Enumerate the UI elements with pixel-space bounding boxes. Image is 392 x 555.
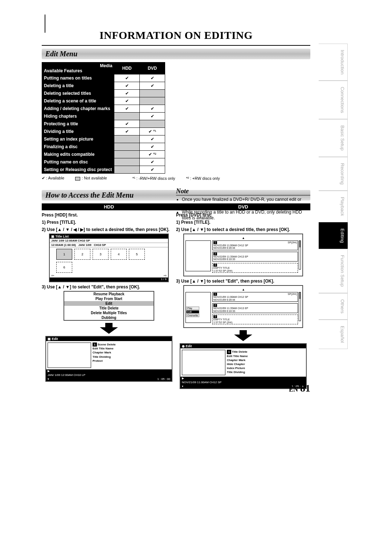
row-0: Putting names on titles — [42, 74, 114, 82]
page-footer: EN81 — [289, 382, 310, 394]
legend: ✔ : Available : Not available *¹ : -RW/+… — [42, 176, 310, 181]
dvd-edit-screen: ◉ Edit 1Title Delete Edit Title Name Cha… — [180, 343, 307, 389]
row-6: Protecting a title — [42, 120, 114, 128]
svg-marker-1 — [234, 330, 252, 341]
feature-table: Media Available Features HDD DVD Putting… — [42, 62, 165, 174]
section-edit-menu: Edit Menu — [42, 49, 310, 59]
side-tabs: Introduction Connections Basic Setup Rec… — [319, 44, 348, 349]
hdd-step1: 1) Press [TITLE]. — [42, 220, 176, 225]
tab-editing[interactable]: Editing — [319, 222, 348, 249]
page-title: INFORMATION ON EDITING — [42, 29, 310, 41]
tab-espanol[interactable]: Español — [319, 320, 348, 349]
hdd-popup-menu: Resume Playback Play From Start Edit Tit… — [64, 291, 154, 321]
tab-recording[interactable]: Recording — [319, 157, 348, 191]
tab-basic-setup[interactable]: Basic Setup — [319, 119, 348, 157]
hdd-column: HDD Press [HDD] first. 1) Press [TITLE].… — [42, 203, 176, 390]
hdd-edit-screen: ▣ Edit 1Scene Delete Edit Title Name Cha… — [45, 336, 172, 382]
available-features-label: Available Features — [44, 68, 112, 73]
tab-playback[interactable]: Playback — [319, 191, 348, 222]
menu-resume[interactable]: Resume Playback — [64, 292, 154, 296]
menu-title-delete[interactable]: Title Delete — [64, 306, 154, 311]
tab-others[interactable]: Others — [319, 293, 348, 320]
row-9: Finalizing a disc — [42, 143, 114, 151]
thumb-2[interactable]: 2 — [74, 249, 90, 260]
hdd-press-first: Press [HDD] first. — [42, 212, 176, 218]
note-box: Note Once you have finalized a DVD+R/ DV… — [176, 187, 310, 222]
row-12: Setting or Releasing disc protect — [42, 166, 114, 174]
dvd-step2: 2) Use [▲ / ▼] to select a desired title… — [176, 227, 310, 232]
svg-marker-0 — [100, 323, 118, 334]
menu-edit[interactable]: Edit — [64, 301, 154, 306]
note-item-1: Once you have finalized a DVD+R/ DVD-R, … — [182, 197, 310, 208]
row-8: Setting an index picture — [42, 135, 114, 143]
row-10: Making edits compatible — [42, 151, 114, 158]
dvd-titlelist-screen-2: ▴ Play Edit Overwrite 1SP(2Hr)NOV — [183, 285, 303, 328]
note-heading: Note — [176, 187, 310, 195]
row-1: Deleting a title — [42, 82, 114, 90]
row-2: Deleting selected titles — [42, 90, 114, 97]
menu-delete-multiple[interactable]: Delete Multiple Titles — [64, 311, 154, 315]
hdd-head: HDD — [42, 203, 176, 210]
down-arrow-icon — [176, 330, 310, 341]
note-item-2: While recording a title to an HDD or a D… — [182, 210, 310, 221]
dvd-column: DVD Press [DVD] first. 1) Press [TITLE].… — [176, 203, 310, 390]
row-3: Deleting a scene of a title — [42, 97, 114, 105]
col-dvd: DVD — [140, 62, 165, 74]
menu-play-from-start[interactable]: Play From Start — [64, 296, 154, 301]
row-7: Dividing a title — [42, 128, 114, 135]
thumb-4[interactable]: 4 — [111, 249, 127, 260]
pager: 1 / 6 — [50, 278, 168, 281]
media-label: Media — [44, 63, 112, 68]
dvd-tab-overwrite[interactable]: Overwrite — [186, 314, 199, 317]
tab-introduction[interactable]: Introduction — [319, 44, 348, 81]
dvd-titlelist-screen: ▴ 1SP(2Hr)NOV/21/09 11:00AM CH12 SPNOV/2… — [183, 234, 303, 276]
thumb-6[interactable]: 6 — [56, 262, 72, 273]
col-hdd: HDD — [114, 62, 140, 74]
hdd-step3: 3) Use [▲ / ▼] to select "Edit", then pr… — [42, 284, 176, 289]
row-5: Hiding chapters — [42, 113, 114, 120]
hdd-titlelist-screen: ▣ Title List JAN/ 1/09 12:00AM CH10 SP 1… — [49, 234, 169, 282]
tab-function-setup[interactable]: Function Setup — [319, 249, 348, 293]
dvd-tab-play[interactable]: Play — [186, 307, 199, 310]
menu-dubbing[interactable]: Dubbing — [64, 315, 154, 320]
thumb-1[interactable]: 1 — [56, 249, 72, 260]
dvd-step3: 3) Use [▲ / ▼] to select "Edit", then pr… — [176, 279, 310, 284]
dvd-tab-edit[interactable]: Edit — [186, 310, 199, 313]
row-4: Adding / deleting chapter marks — [42, 105, 114, 113]
thumb-5[interactable]: 5 — [129, 249, 145, 260]
thumb-3[interactable]: 3 — [93, 249, 109, 260]
down-arrow-icon — [42, 323, 176, 334]
tab-connections[interactable]: Connections — [319, 81, 348, 119]
row-11: Putting name on disc — [42, 158, 114, 166]
hdd-step2: 2) Use [▲ / ▼ / ◀ / ▶] to select a desir… — [42, 227, 176, 232]
